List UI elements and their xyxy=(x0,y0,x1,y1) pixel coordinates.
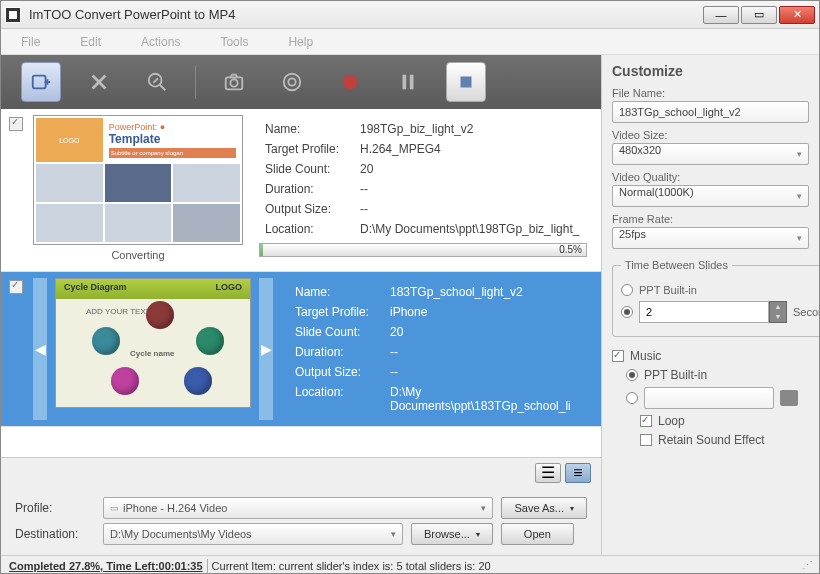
next-arrow[interactable]: ▶ xyxy=(259,278,273,420)
menu-actions[interactable]: Actions xyxy=(141,35,180,49)
profile-label: Profile: xyxy=(15,501,95,515)
clear-button[interactable] xyxy=(137,62,177,102)
item-status: Converting xyxy=(33,245,243,265)
music-file-radio[interactable] xyxy=(626,392,638,404)
maximize-button[interactable]: ▭ xyxy=(741,6,777,24)
menu-tools[interactable]: Tools xyxy=(220,35,248,49)
loop-checkbox[interactable] xyxy=(640,415,652,427)
record-button[interactable] xyxy=(330,62,370,102)
view-grid-button[interactable]: ☰ xyxy=(535,463,561,483)
snapshot-button[interactable] xyxy=(214,62,254,102)
open-button[interactable]: Open xyxy=(501,523,574,545)
remove-button[interactable] xyxy=(79,62,119,102)
status-current: Current Item: current slider's index is:… xyxy=(212,560,491,572)
svg-rect-9 xyxy=(461,77,472,88)
menu-help[interactable]: Help xyxy=(288,35,313,49)
item-details: Name:183TGp_school_light_v2 Target Profi… xyxy=(281,278,595,420)
browse-button[interactable]: Browse...▾ xyxy=(411,523,493,545)
retain-checkbox[interactable] xyxy=(640,434,652,446)
tbs-value-input[interactable] xyxy=(639,301,769,323)
svg-point-3 xyxy=(230,79,237,86)
music-file-input[interactable] xyxy=(644,387,774,409)
music-browse-icon[interactable] xyxy=(780,390,798,406)
item-checkbox[interactable] xyxy=(9,117,23,131)
list-item[interactable]: ◀ Cycle DiagramLOGO ADD YOUR TEXT Cycle … xyxy=(1,272,601,427)
menu-edit[interactable]: Edit xyxy=(80,35,101,49)
profile-combo[interactable]: ▭iPhone - H.264 Video xyxy=(103,497,493,519)
pause-button[interactable] xyxy=(388,62,428,102)
customize-title: Customize xyxy=(612,63,809,79)
svg-point-5 xyxy=(288,78,295,85)
videoquality-combo[interactable]: Normal(1000K) xyxy=(612,185,809,207)
svg-rect-0 xyxy=(33,76,46,89)
status-progress: Completed 27.8%, Time Left:00:01:35 xyxy=(9,560,203,572)
svg-rect-8 xyxy=(410,75,414,90)
svg-point-6 xyxy=(343,75,358,90)
item-details: Name:198TGp_biz_light_v2 Target Profile:… xyxy=(251,115,595,265)
music-label: Music xyxy=(630,349,661,363)
svg-rect-7 xyxy=(403,75,407,90)
app-icon xyxy=(5,7,21,23)
status-bar: Completed 27.8%, Time Left:00:01:35 Curr… xyxy=(1,555,819,574)
file-list: LOGO PowerPoint: ● Template Subtitle or … xyxy=(1,109,601,457)
svg-point-4 xyxy=(284,74,301,91)
prev-arrow[interactable]: ◀ xyxy=(33,278,47,420)
thumbnail: Cycle DiagramLOGO ADD YOUR TEXT Cycle na… xyxy=(55,278,251,408)
time-between-slides-group: Time Between Slides PPT Built-in ▲▼ Seco… xyxy=(612,259,819,337)
list-item[interactable]: LOGO PowerPoint: ● Template Subtitle or … xyxy=(1,109,601,272)
toolbar xyxy=(1,55,601,109)
bottom-panel: Profile: ▭iPhone - H.264 Video Save As..… xyxy=(1,487,601,555)
framerate-label: Frame Rate: xyxy=(612,213,809,225)
filename-input[interactable] xyxy=(612,101,809,123)
settings-button[interactable] xyxy=(272,62,312,102)
progress-bar: 0.5% xyxy=(259,243,587,257)
framerate-combo[interactable]: 25fps xyxy=(612,227,809,249)
saveas-button[interactable]: Save As...▾ xyxy=(501,497,587,519)
videosize-combo[interactable]: 480x320 xyxy=(612,143,809,165)
add-button[interactable] xyxy=(21,62,61,102)
tbs-spin[interactable]: ▲▼ xyxy=(769,301,787,323)
titlebar: ImTOO Convert PowerPoint to MP4 — ▭ ✕ xyxy=(1,1,819,29)
window-title: ImTOO Convert PowerPoint to MP4 xyxy=(29,7,703,22)
minimize-button[interactable]: — xyxy=(703,6,739,24)
videosize-label: Video Size: xyxy=(612,129,809,141)
view-list-button[interactable]: ≡ xyxy=(565,463,591,483)
filename-label: File Name: xyxy=(612,87,809,99)
thumb-header: PowerPoint: ● Template Subtitle or compa… xyxy=(105,118,240,162)
view-toolbar: ☰ ≡ xyxy=(1,457,601,487)
thumb-logo: LOGO xyxy=(36,118,103,162)
toolbar-separator xyxy=(195,65,196,99)
menubar: File Edit Actions Tools Help xyxy=(1,29,819,55)
destination-label: Destination: xyxy=(15,527,95,541)
menu-file[interactable]: File xyxy=(21,35,40,49)
close-button[interactable]: ✕ xyxy=(779,6,815,24)
stop-button[interactable] xyxy=(446,62,486,102)
videoquality-label: Video Quality: xyxy=(612,171,809,183)
tbs-custom-radio[interactable] xyxy=(621,306,633,318)
thumbnail: LOGO PowerPoint: ● Template Subtitle or … xyxy=(33,115,243,245)
music-checkbox[interactable] xyxy=(612,350,624,362)
music-builtin-radio[interactable] xyxy=(626,369,638,381)
tbs-builtin-radio[interactable] xyxy=(621,284,633,296)
resize-grip[interactable]: ⋰ xyxy=(802,559,811,572)
destination-combo[interactable]: D:\My Documents\My Videos xyxy=(103,523,403,545)
customize-panel: Customize File Name: Video Size: 480x320… xyxy=(601,55,819,555)
item-checkbox[interactable] xyxy=(9,280,23,294)
